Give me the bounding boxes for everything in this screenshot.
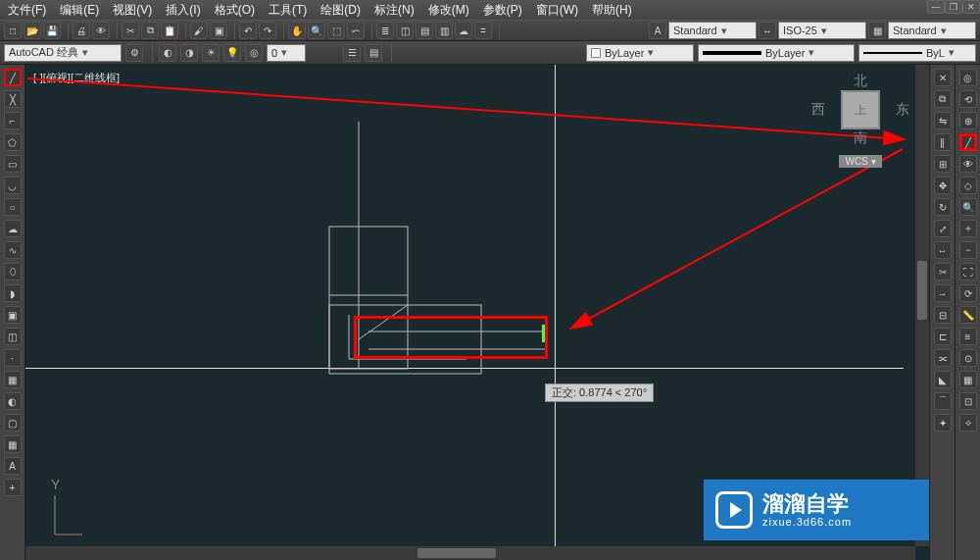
markup-icon[interactable]: ☁: [455, 22, 472, 39]
scrollbar-thumb-v[interactable]: [917, 261, 927, 320]
regen-icon[interactable]: ⟳: [959, 284, 977, 302]
zoom-previous-icon[interactable]: ⤺: [347, 22, 365, 39]
menu-tools[interactable]: 工具(T): [269, 2, 307, 19]
misc-icon[interactable]: ✧: [959, 414, 977, 432]
toggle2-icon[interactable]: ◑: [180, 44, 198, 62]
zoom-realtime-icon[interactable]: 🔍: [308, 22, 325, 39]
isolate-icon[interactable]: ◇: [959, 177, 977, 194]
steering-wheel-icon[interactable]: ⊕: [959, 112, 977, 129]
insert-block-icon[interactable]: ▣: [4, 306, 22, 324]
menu-draw[interactable]: 绘图(D): [320, 2, 361, 19]
rectangle-icon[interactable]: ▭: [4, 155, 22, 173]
extend-icon[interactable]: →: [934, 284, 952, 302]
text-style-combo[interactable]: Standard▾: [668, 22, 757, 39]
zoom-window-icon[interactable]: ⬚: [327, 22, 345, 39]
gradient-icon[interactable]: ◐: [4, 392, 22, 410]
spline-icon[interactable]: ∿: [4, 241, 22, 259]
array-icon[interactable]: ⊞: [934, 155, 952, 173]
block-editor-icon[interactable]: ▣: [210, 22, 227, 39]
zoom-extents-icon[interactable]: 🔍: [959, 198, 977, 216]
menu-format[interactable]: 格式(O): [215, 2, 255, 19]
scrollbar-thumb-h[interactable]: [417, 548, 496, 558]
join-icon[interactable]: ⫘: [934, 349, 952, 367]
workspace-combo[interactable]: AutoCAD 经典▾: [4, 44, 122, 62]
viewcube-wcs[interactable]: WCS ▾: [839, 155, 881, 168]
paste-icon[interactable]: 📋: [161, 22, 178, 39]
align-icon[interactable]: ≡: [959, 328, 977, 345]
circle-icon[interactable]: ○: [4, 198, 22, 216]
stretch-icon[interactable]: ↔: [934, 241, 952, 259]
table-style-combo[interactable]: Standard▾: [888, 22, 976, 39]
break-icon[interactable]: ⊏: [934, 328, 952, 345]
zoom-out-icon[interactable]: －: [959, 241, 977, 259]
offset-icon[interactable]: ‖: [934, 133, 952, 151]
ellipse-icon[interactable]: ⬯: [4, 263, 22, 280]
menu-modify[interactable]: 修改(M): [428, 2, 469, 19]
restore-button[interactable]: ❐: [945, 0, 962, 14]
addselected-icon[interactable]: +: [4, 479, 22, 496]
snap-icon[interactable]: ⊡: [959, 392, 977, 410]
menu-help[interactable]: 帮助(H): [592, 2, 632, 19]
close-button[interactable]: ✕: [962, 0, 980, 14]
menu-edit[interactable]: 编辑(E): [60, 2, 99, 19]
scrollbar-horizontal[interactable]: [25, 546, 915, 560]
explode-icon[interactable]: ✦: [934, 414, 952, 432]
drawing-canvas[interactable]: [-][俯视][二维线框]: [25, 65, 929, 560]
text-style-icon[interactable]: A: [649, 22, 666, 39]
menu-window[interactable]: 窗口(W): [536, 2, 578, 19]
showhide-icon[interactable]: 👁: [959, 155, 977, 173]
menu-view[interactable]: 视图(V): [113, 2, 152, 19]
scale-icon[interactable]: ⤢: [934, 220, 952, 237]
osnap-icon[interactable]: ⊙: [959, 349, 977, 367]
copy-icon[interactable]: ⧉: [141, 22, 159, 39]
layer-color-combo[interactable]: ByLayer▾: [586, 44, 694, 62]
pan-icon[interactable]: ✋: [288, 22, 306, 39]
mtext-icon[interactable]: A: [4, 457, 22, 475]
match-prop-icon[interactable]: 🖌: [190, 22, 208, 39]
table-style-icon[interactable]: ▦: [868, 22, 886, 39]
view-combo[interactable]: 0▾: [267, 44, 306, 62]
line-tool-icon[interactable]: ╱: [4, 69, 22, 86]
lineweight-combo[interactable]: ByLayer▾: [698, 44, 855, 62]
move-icon[interactable]: ✥: [934, 177, 952, 194]
region-icon[interactable]: ▢: [4, 414, 22, 432]
ellipse-arc-icon[interactable]: ◗: [4, 284, 22, 302]
zoom-all-icon[interactable]: ⛶: [959, 263, 977, 280]
cut-icon[interactable]: ✂: [122, 22, 139, 39]
construction-line-icon[interactable]: ╳: [4, 90, 22, 108]
revcloud-icon[interactable]: ☁: [4, 220, 22, 237]
save-icon[interactable]: 💾: [43, 22, 61, 39]
viewcube-top-face[interactable]: 上: [841, 90, 880, 129]
fillet-icon[interactable]: ⌒: [934, 392, 952, 410]
print-icon[interactable]: 🖨: [73, 22, 90, 39]
highlighted-tool-icon[interactable]: ╱: [959, 133, 977, 151]
design-center-icon[interactable]: ◫: [396, 22, 414, 39]
menu-dimension[interactable]: 标注(N): [374, 2, 415, 19]
viewcube-south[interactable]: 南: [811, 129, 909, 147]
polygon-icon[interactable]: ⬠: [4, 133, 22, 151]
toggle3-icon[interactable]: ◎: [245, 44, 263, 62]
plot-preview-icon[interactable]: 👁: [92, 22, 110, 39]
view-cube[interactable]: 北 西 上 东 南 WCS ▾: [811, 73, 909, 200]
undo-icon[interactable]: ↶: [239, 22, 257, 39]
plotstyle-combo[interactable]: ByL▾: [858, 44, 976, 62]
free-orbit-icon[interactable]: ⟲: [959, 90, 977, 108]
new-icon[interactable]: □: [4, 22, 22, 39]
scrollbar-vertical[interactable]: [915, 65, 929, 546]
rotate-icon[interactable]: ↻: [934, 198, 952, 216]
menu-parametric[interactable]: 参数(P): [483, 2, 522, 19]
erase-icon[interactable]: ✕: [934, 69, 952, 86]
properties-icon[interactable]: ≣: [376, 22, 394, 39]
menu-insert[interactable]: 插入(I): [166, 2, 200, 19]
measure-icon[interactable]: 📏: [959, 306, 977, 324]
break-at-point-icon[interactable]: ⊟: [934, 306, 952, 324]
minimize-button[interactable]: —: [927, 0, 945, 14]
menu-file[interactable]: 文件(F): [8, 2, 46, 19]
polyline-icon[interactable]: ⌐: [4, 112, 22, 129]
table-icon[interactable]: ▦: [4, 435, 22, 453]
trim-icon[interactable]: ✂: [934, 263, 952, 280]
viewcube-north[interactable]: 北: [811, 73, 909, 90]
layer-states-icon[interactable]: ▤: [365, 44, 382, 62]
hatch-icon[interactable]: ▦: [4, 371, 22, 388]
workspace-settings-icon[interactable]: ⚙: [125, 44, 143, 62]
